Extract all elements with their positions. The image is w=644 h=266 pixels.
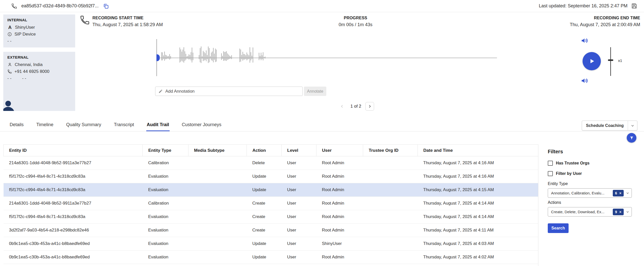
- table-cell: Update: [247, 183, 282, 197]
- filter-by-user-checkbox[interactable]: [548, 171, 553, 176]
- external-extra-1: - -: [7, 76, 11, 81]
- clear-icon[interactable]: ×: [619, 210, 621, 214]
- tab-quality-summary[interactable]: Quality Summary: [66, 119, 102, 131]
- table-cell: [363, 197, 418, 210]
- filters-title: Filters: [548, 149, 642, 155]
- table-row[interactable]: 0b9c1ea5-c30b-453a-a41c-b8baedfe69edEval…: [4, 237, 538, 251]
- table-cell: User: [282, 251, 316, 264]
- table-row[interactable]: 3d2f2af7-9a03-4b54-a218-e298bdc82e46Eval…: [4, 224, 538, 237]
- external-extra-2: - -: [22, 76, 26, 81]
- table-cell: [363, 224, 418, 237]
- table-row[interactable]: f5f17f2c-c994-4fa4-8c71-4c318cd9c83aEval…: [4, 170, 538, 183]
- progress-block: PROGRESS 0m 00s / 1m 43s: [325, 16, 386, 27]
- table-cell: Update: [247, 237, 282, 251]
- audit-table-body: 214a6301-1ddd-4048-9b52-9911a3e77b27Cali…: [4, 156, 538, 264]
- chevron-down-icon[interactable]: [626, 191, 630, 195]
- waveform-svg: [155, 39, 498, 76]
- chevron-down-icon[interactable]: [626, 210, 630, 214]
- internal-party-panel: INTERNAL A ShinyUser SIP Device - -: [3, 14, 75, 47]
- table-cell: 214a6301-1ddd-4048-9b52-9911a3e77b27: [4, 156, 143, 170]
- table-cell: Root Admin: [316, 224, 363, 237]
- speed-slider-handle[interactable]: [608, 59, 613, 61]
- entity-type-value: Annotation, Calibration, Evalu...: [551, 191, 613, 195]
- table-cell: [188, 183, 247, 197]
- table-cell: Update: [247, 170, 282, 183]
- table-cell: 214a6301-1ddd-4048-9b52-9911a3e77b27: [4, 197, 143, 210]
- table-cell: f5f17f2c-c994-4fa4-8c71-4c318cd9c83a: [4, 170, 143, 183]
- table-row[interactable]: f5f17f2c-c994-4fa4-8c71-4c318cd9c83aEval…: [4, 183, 538, 197]
- table-cell: f5f17f2c-c994-4fa4-8c71-4c318cd9c83a: [4, 210, 143, 224]
- table-cell: User: [282, 210, 316, 224]
- play-button[interactable]: [583, 52, 601, 70]
- table-cell: [188, 197, 247, 210]
- volume-icon-internal[interactable]: [581, 37, 589, 45]
- filter-by-user-checkbox-row[interactable]: Filter by User: [548, 171, 642, 176]
- speed-slider-track[interactable]: [610, 47, 611, 76]
- tab-timeline[interactable]: Timeline: [36, 119, 54, 131]
- table-cell: Evaluation: [143, 224, 188, 237]
- table-cell: Root Admin: [316, 183, 363, 197]
- table-cell: User: [282, 237, 316, 251]
- clear-icon[interactable]: ×: [619, 191, 621, 195]
- schedule-coaching-button[interactable]: Schedule Coaching: [582, 121, 637, 130]
- volume-icon-external[interactable]: [581, 77, 589, 85]
- tab-details[interactable]: Details: [9, 119, 24, 131]
- actions-count-chip[interactable]: 9 ×: [613, 209, 624, 215]
- recording-end-label: RECORDING END TIME: [570, 16, 640, 20]
- chevron-down-icon[interactable]: [628, 124, 637, 128]
- save-icon[interactable]: [631, 3, 637, 9]
- table-row[interactable]: 214a6301-1ddd-4048-9b52-9911a3e77b27Cali…: [4, 156, 538, 170]
- table-cell: 0b9c1ea5-c30b-453a-a41c-b8baedfe69ed: [4, 251, 143, 264]
- table-cell: [188, 224, 247, 237]
- table-cell: Delete: [247, 156, 282, 170]
- tab-audit-trail[interactable]: Audit Trail: [146, 119, 170, 131]
- table-cell: Thursday, August 7, 2025 at 4:11 AM: [418, 224, 538, 237]
- actions-select[interactable]: Create, Delete, Download, Ex... 9 ×: [548, 207, 632, 217]
- copy-icon[interactable]: [103, 3, 109, 9]
- table-row[interactable]: 0b9c1ea5-c30b-453a-a41c-b8baedfe69edEval…: [4, 251, 538, 264]
- progress-label: PROGRESS: [325, 16, 386, 20]
- filter-button[interactable]: [627, 133, 636, 143]
- annotation-input[interactable]: [165, 89, 299, 94]
- table-cell: [363, 251, 418, 264]
- table-cell: User: [282, 156, 316, 170]
- internal-user-name: ShinyUser: [15, 25, 35, 30]
- table-cell: Evaluation: [143, 183, 188, 197]
- waveform[interactable]: [155, 39, 498, 76]
- next-page-button[interactable]: [365, 102, 374, 111]
- tab-customer-journeys[interactable]: Customer Journeys: [181, 119, 222, 131]
- table-panel-divider: [538, 144, 538, 266]
- recording-end-value: Thu, August 7, 2025 at 2:00:49 AM: [570, 22, 640, 27]
- recording-start-block: RECORDING START TIME Thu, August 7, 2025…: [92, 16, 163, 27]
- table-cell: Thursday, August 7, 2025 at 4:03 AM: [418, 237, 538, 251]
- agent-initial-icon: A: [7, 25, 12, 30]
- header-media-subtype: Media Subtype: [188, 145, 247, 156]
- table-cell: Evaluation: [143, 251, 188, 264]
- entity-type-count-chip[interactable]: 6 ×: [613, 190, 624, 196]
- table-cell: [188, 251, 247, 264]
- speed-label: x1: [618, 58, 622, 63]
- external-label: EXTERNAL: [7, 55, 71, 59]
- has-trustee-orgs-checkbox[interactable]: [548, 161, 553, 166]
- table-cell: User: [282, 197, 316, 210]
- entity-type-select[interactable]: Annotation, Calibration, Evalu... 6 ×: [548, 188, 632, 198]
- table-row[interactable]: 214a6301-1ddd-4048-9b52-9911a3e77b27Cali…: [4, 197, 538, 210]
- header-level: Level: [282, 145, 316, 156]
- table-cell: Evaluation: [143, 237, 188, 251]
- table-cell: Thursday, August 7, 2025 at 4:16 AM: [418, 156, 538, 170]
- previous-page-button[interactable]: [338, 102, 346, 111]
- tab-transcript[interactable]: Transcript: [113, 119, 134, 131]
- header-action: Action: [247, 145, 282, 156]
- table-cell: [363, 170, 418, 183]
- search-button[interactable]: Search: [548, 223, 569, 233]
- info-icon: [7, 32, 12, 37]
- table-cell: Thursday, August 7, 2025 at 4:14 AM: [418, 210, 538, 224]
- header-entity-type: Entity Type: [143, 145, 188, 156]
- table-row[interactable]: f5f17f2c-c994-4fa4-8c71-4c318cd9c83aEval…: [4, 210, 538, 224]
- call-id: ea85d537-d32d-4849-8b70-05b92f7...: [21, 3, 99, 9]
- annotate-button[interactable]: Annotate: [304, 87, 326, 96]
- table-cell: [188, 170, 247, 183]
- pencil-icon: [158, 89, 163, 93]
- has-trustee-orgs-checkbox-row[interactable]: Has Trustee Orgs: [548, 161, 642, 166]
- table-cell: [188, 237, 247, 251]
